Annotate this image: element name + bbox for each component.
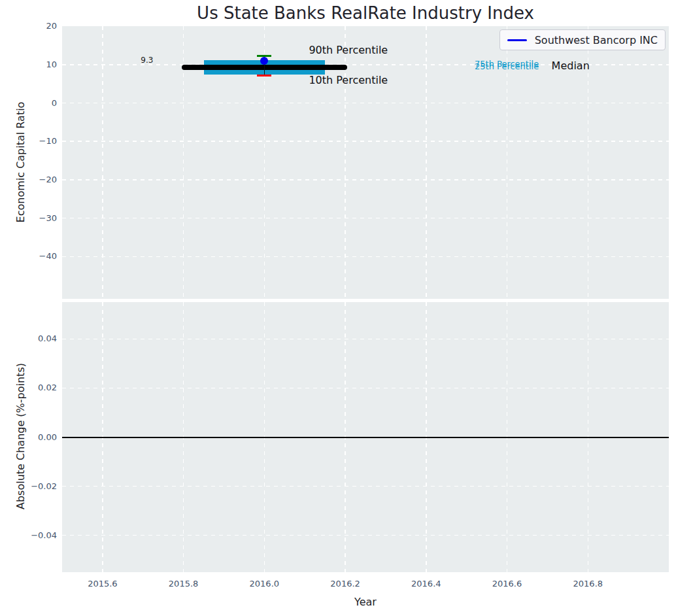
x-gridline: [102, 26, 103, 299]
x-tick-label: 2015.8: [158, 578, 210, 590]
x-tick-label: 2016.4: [400, 578, 452, 590]
x-gridline: [426, 26, 427, 299]
annotation-10th-percentile: 10th Percentile: [309, 75, 388, 86]
chart-title: Us State Banks RealRate Industry Index: [62, 3, 669, 23]
y-gridline: [62, 339, 669, 340]
zero-line: [62, 437, 669, 438]
legend: Southwest Bancorp INC: [499, 29, 666, 50]
y-gridline: [62, 486, 669, 487]
legend-line-sample: [507, 39, 527, 41]
annotation-90th-percentile: 90th Percentile: [309, 44, 388, 56]
y-gridline: [62, 218, 669, 219]
x-tick-label: 2016.2: [319, 578, 371, 590]
y-tick-label: −20: [0, 174, 57, 186]
y-gridline: [62, 103, 669, 104]
top-plot-area: Southwest Bancorp INC 9.390th Percentile…: [62, 26, 669, 299]
y-tick-label: −10: [0, 135, 57, 147]
y-tick-label: −0.04: [0, 530, 57, 541]
y-gridline: [62, 179, 669, 180]
y-gridline: [62, 256, 669, 258]
bottom-plot-area: [62, 302, 669, 572]
annotation-9-3: 9.3: [141, 54, 153, 66]
chart-figure: Us State Banks RealRate Industry Index E…: [0, 0, 676, 616]
annotation-median: Median: [552, 60, 590, 72]
x-axis-label: Year: [62, 596, 669, 608]
legend-label: Southwest Bancorp INC: [535, 34, 658, 46]
y-tick-label: −30: [0, 213, 57, 224]
x-tick-label: 2016.8: [562, 578, 614, 590]
x-tick-label: 2015.6: [76, 578, 129, 590]
y-tick-label: −0.02: [0, 481, 57, 492]
y-gridline: [62, 535, 669, 536]
top-y-axis-label: Economic Capital Ratio: [14, 102, 27, 223]
y-tick-label: −40: [0, 250, 57, 262]
y-tick-label: 0.00: [0, 432, 57, 443]
y-tick-label: 20: [0, 20, 57, 32]
x-tick-label: 2016.0: [238, 578, 290, 590]
x-tick-label: 2016.6: [481, 578, 533, 590]
y-tick-label: 0.02: [0, 382, 57, 394]
y-tick-label: 10: [0, 59, 57, 71]
y-tick-label: 0: [0, 97, 57, 109]
y-gridline: [62, 388, 669, 389]
annotation-25th-percentile: 25th Percentile: [475, 61, 539, 73]
y-gridline: [62, 141, 669, 142]
y-tick-label: 0.04: [0, 333, 57, 345]
p10-cap: [257, 75, 271, 77]
